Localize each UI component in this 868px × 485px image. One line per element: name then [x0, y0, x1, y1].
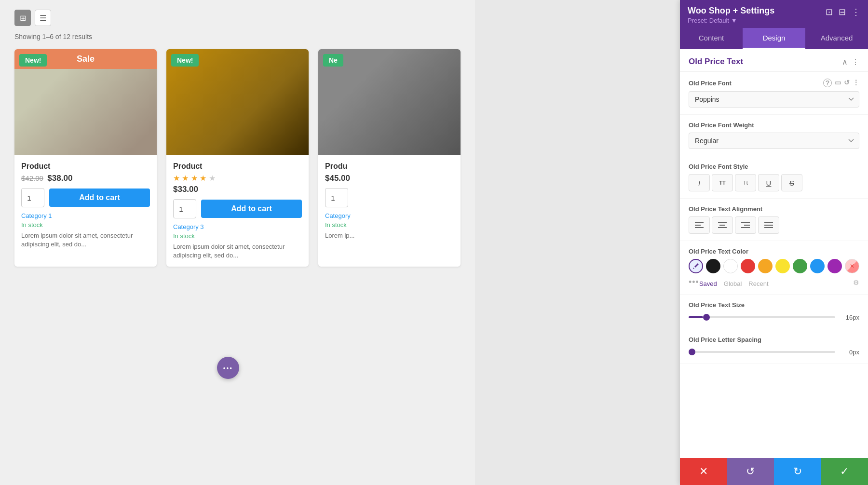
color-yellow[interactable]: [775, 259, 790, 273]
font-select[interactable]: Poppins Arial Georgia Times New Roman: [689, 91, 859, 108]
size-slider-thumb[interactable]: [703, 314, 710, 321]
text-size-label: Old Price Text Size: [689, 301, 859, 309]
color-eraser[interactable]: ✕: [845, 259, 859, 273]
uppercase-button[interactable]: TT: [712, 174, 733, 191]
color-orange[interactable]: [758, 259, 773, 273]
italic-button[interactable]: I: [689, 174, 710, 191]
color-settings-icon[interactable]: ⚙: [853, 279, 859, 286]
size-slider-value: 16px: [840, 314, 859, 321]
color-purple[interactable]: [827, 259, 842, 273]
layout-icon[interactable]: ⊟: [839, 7, 846, 17]
star-5-empty: ★: [209, 174, 216, 182]
color-red[interactable]: [741, 259, 755, 273]
list-icon: ☰: [40, 13, 46, 23]
font-weight-group: Old Price Font Weight Regular Thin Light…: [680, 115, 868, 156]
redo-button[interactable]: ↻: [774, 458, 821, 485]
desktop-icon[interactable]: ▭: [835, 79, 841, 87]
price-row: $33.00: [173, 185, 302, 194]
letter-spacing-label: Old Price Letter Spacing: [689, 336, 859, 343]
strikethrough-button[interactable]: S: [781, 174, 802, 191]
panel-tabs: Content Design Advanced: [680, 28, 868, 49]
align-center-button[interactable]: [712, 216, 733, 234]
stock-status: In stock: [173, 232, 302, 240]
section-more-icon[interactable]: ⋮: [852, 57, 859, 67]
letter-spacing-group: Old Price Letter Spacing 0px: [680, 329, 868, 364]
size-slider-fill: [689, 316, 703, 318]
add-to-cart-button[interactable]: Add to cart: [201, 200, 302, 218]
font-label: Old Price Font ? ▭ ↺ ⋮: [689, 79, 859, 87]
tab-advanced[interactable]: Advanced: [805, 28, 868, 49]
font-group: Old Price Font ? ▭ ↺ ⋮ Poppins Arial Geo…: [680, 72, 868, 115]
saved-colors-tab[interactable]: Saved: [699, 280, 717, 287]
section-title: Old Price Text: [689, 57, 743, 67]
text-alignment-group: Old Price Text Alignment: [680, 199, 868, 241]
add-to-cart-row: [325, 188, 454, 207]
settings-panel: Woo Shop + Settings Preset: Default ▼ ⊡ …: [680, 0, 868, 485]
reset-icon[interactable]: ↺: [844, 79, 850, 87]
panel-preset: Preset: Default ▼: [688, 17, 860, 24]
category-link[interactable]: Category: [325, 212, 454, 219]
category-link[interactable]: Category 3: [173, 223, 302, 230]
undo-button[interactable]: ↺: [727, 458, 774, 485]
results-count: Showing 1–6 of 12 results: [14, 33, 461, 40]
font-style-group: Old Price Font Style I TT Tt U S: [680, 156, 868, 199]
eyedropper-button[interactable]: [689, 259, 703, 273]
stock-status: In stock: [325, 221, 454, 229]
list-view-button[interactable]: ☰: [35, 10, 51, 26]
confirm-button[interactable]: ✓: [821, 458, 868, 485]
letter-spacing-slider-row: 0px: [689, 347, 859, 357]
responsive-icon[interactable]: ⊡: [826, 7, 833, 17]
color-white[interactable]: [723, 259, 738, 273]
letter-spacing-slider-thumb[interactable]: [689, 349, 695, 355]
dots-icon: ●●●: [223, 366, 233, 370]
letter-spacing-slider-wrap: [689, 347, 835, 357]
product-description: Lorem ip...: [325, 231, 454, 240]
grid-icon: ⊞: [20, 13, 26, 23]
text-size-group: Old Price Text Size 16px: [680, 295, 868, 329]
grid-view-button[interactable]: ⊞: [14, 10, 31, 26]
font-more-icon[interactable]: ⋮: [853, 79, 859, 87]
align-right-button[interactable]: [735, 216, 756, 234]
single-price: $33.00: [173, 185, 198, 194]
product-image-wrap: New!: [166, 49, 309, 155]
align-left-button[interactable]: [689, 216, 710, 234]
more-icon[interactable]: ⋮: [852, 7, 860, 17]
color-blue[interactable]: [810, 259, 825, 273]
star-4: ★: [200, 174, 206, 182]
quantity-input[interactable]: [173, 199, 196, 218]
align-justify-button[interactable]: [758, 216, 779, 234]
panel-header-icons: ⊡ ⊟ ⋮: [826, 7, 860, 17]
product-info: Product ★ ★ ★ ★ ★ $33.00 Add to cart Cat…: [166, 155, 309, 267]
new-badge: New!: [171, 54, 199, 67]
dots-fab-button[interactable]: ●●●: [217, 357, 239, 379]
new-badge: Ne: [323, 54, 343, 67]
tab-content[interactable]: Content: [680, 28, 743, 49]
quantity-input[interactable]: [21, 188, 44, 207]
price-row: $42.00 $38.00: [21, 174, 150, 183]
cancel-button[interactable]: ✕: [680, 458, 727, 485]
star-2: ★: [182, 174, 189, 182]
stock-status: In stock: [21, 221, 150, 229]
confirm-icon: ✓: [840, 465, 849, 478]
capitalize-button[interactable]: Tt: [735, 174, 756, 191]
star-3: ★: [191, 174, 198, 182]
view-toolbar: ⊞ ☰: [14, 10, 461, 26]
collapse-icon[interactable]: ∧: [842, 57, 848, 67]
global-colors-tab[interactable]: Global: [724, 280, 742, 287]
font-weight-select[interactable]: Regular Thin Light Regular Medium Bold B…: [689, 133, 859, 149]
add-to-cart-button[interactable]: Add to cart: [49, 189, 150, 207]
color-green[interactable]: [793, 259, 807, 273]
product-rating: ★ ★ ★ ★ ★: [173, 174, 302, 183]
tab-design[interactable]: Design: [743, 28, 805, 49]
single-price: $45.00: [325, 174, 350, 183]
quantity-input[interactable]: [325, 188, 348, 207]
category-link[interactable]: Category 1: [21, 212, 150, 219]
help-icon[interactable]: ?: [823, 79, 832, 87]
color-black[interactable]: [706, 259, 720, 273]
font-label-icons: ? ▭ ↺ ⋮: [823, 79, 859, 87]
more-colors-button[interactable]: •••: [689, 277, 699, 287]
underline-button[interactable]: U: [758, 174, 779, 191]
undo-icon: ↺: [746, 465, 755, 478]
recent-colors-tab[interactable]: Recent: [748, 280, 768, 287]
product-name: Product: [173, 162, 302, 171]
